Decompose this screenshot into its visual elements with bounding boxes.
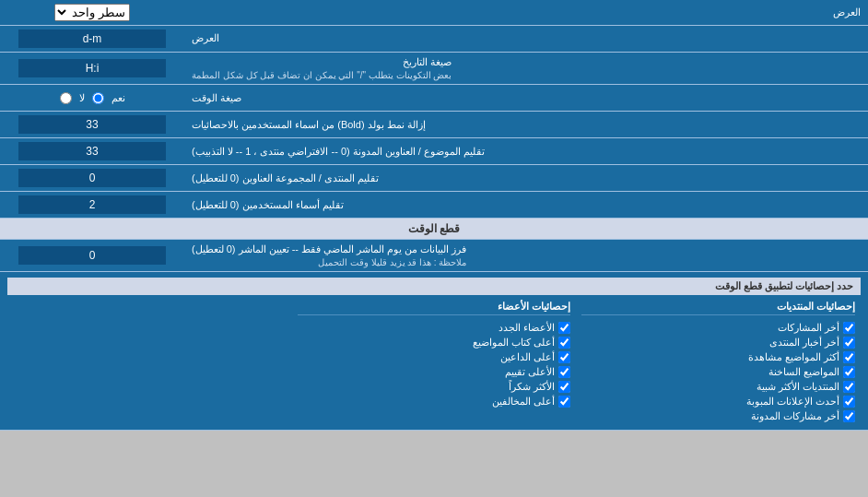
time-format-row: صيغة التاريخ بعض التكوينات يتطلب "/" الت… [0, 53, 868, 85]
list-item: أعلى الداعين [298, 351, 571, 363]
gap-row: تقليم أسماء المستخدمين (0 للتعطيل) [0, 192, 868, 219]
display-mode-row: العرض سطر واحد سطرين ثلاثة أسطر [0, 0, 868, 26]
cb-latest-classified[interactable] [843, 396, 855, 408]
col1: إحصائيات المنتديات أخر المشاركات أخر أخب… [576, 299, 861, 424]
forum-title-input[interactable] [18, 142, 166, 160]
time-cut-input-wrap [0, 240, 184, 271]
date-format-row: العرض [0, 26, 868, 53]
list-item: أعلى كتاب المواضيع [298, 337, 571, 349]
remove-bold-row: صيغة الوقت نعم لا [0, 85, 868, 112]
list-item: أخر مشاركات المدونة [581, 410, 855, 422]
forum-title-row: تقليم الموضوع / العناوين المدونة (0 -- ا… [0, 138, 868, 165]
cb-most-viewed[interactable] [843, 351, 855, 363]
cb-top-rated[interactable] [558, 366, 570, 378]
list-item: أحدث الإعلانات المبوبة [581, 396, 855, 408]
list-item: المنتديات الأكثر شبية [581, 381, 855, 393]
cb-most-similar[interactable] [843, 381, 855, 393]
forum-title-label: تقليم الموضوع / العناوين المدونة (0 -- ا… [184, 138, 868, 164]
gap-input-wrap [0, 192, 184, 218]
stats-limit-header: حدد إحصائيات لتطبيق قطع الوقت [7, 278, 861, 295]
time-cut-header: قطع الوقت [0, 219, 868, 240]
list-item: الأكثر شكراً [298, 381, 571, 393]
remove-bold-label: صيغة الوقت [184, 85, 868, 111]
main-container: العرض سطر واحد سطرين ثلاثة أسطر العرض صي… [0, 0, 868, 431]
col1-header: إحصائيات المنتديات [581, 301, 855, 315]
time-cut-row: فرز البيانات من يوم الماشر الماضي فقط --… [0, 240, 868, 272]
usernames-row: تقليم المنتدى / المجموعة العناوين (0 للت… [0, 165, 868, 192]
cb-top-inviters[interactable] [558, 351, 570, 363]
topic-title-row: إزالة نمط بولد (Bold) من اسماء المستخدمي… [0, 112, 868, 138]
cb-most-thanked[interactable] [558, 381, 570, 393]
topic-title-label: إزالة نمط بولد (Bold) من اسماء المستخدمي… [184, 112, 868, 137]
checkboxes-section: حدد إحصائيات لتطبيق قطع الوقت إحصائيات ا… [0, 272, 868, 431]
time-format-label: صيغة التاريخ بعض التكوينات يتطلب "/" الت… [184, 53, 868, 84]
list-item: أكثر المواضيع مشاهدة [581, 351, 855, 363]
cb-hot-topics[interactable] [843, 366, 855, 378]
usernames-input[interactable] [18, 169, 166, 187]
date-format-input-wrap [0, 26, 184, 52]
cb-top-violators[interactable] [558, 396, 570, 408]
display-mode-input[interactable]: سطر واحد سطرين ثلاثة أسطر [0, 1, 184, 24]
usernames-input-wrap [0, 165, 184, 191]
remove-bold-no-radio[interactable] [60, 92, 72, 104]
cb-new-members[interactable] [558, 322, 570, 334]
time-cut-input[interactable] [18, 246, 166, 265]
cb-last-blog-posts[interactable] [843, 410, 855, 422]
cb-last-posts[interactable] [843, 322, 855, 334]
date-format-label: العرض [184, 26, 868, 52]
gap-label: تقليم أسماء المستخدمين (0 للتعطيل) [184, 192, 868, 218]
remove-bold-yes-label: نعم [111, 92, 125, 104]
list-item: الأعلى تقييم [298, 366, 571, 378]
display-mode-label: العرض [184, 3, 868, 22]
topic-title-input[interactable] [18, 115, 166, 134]
gap-input[interactable] [18, 195, 166, 214]
remove-bold-no-label: لا [79, 92, 85, 104]
time-cut-label: فرز البيانات من يوم الماشر الماضي فقط --… [184, 240, 868, 271]
cb-top-writers[interactable] [558, 337, 570, 349]
time-format-input[interactable] [18, 59, 166, 77]
checkboxes-grid: إحصائيات المنتديات أخر المشاركات أخر أخب… [7, 299, 861, 424]
remove-bold-yes-radio[interactable] [92, 92, 104, 104]
display-mode-select[interactable]: سطر واحد سطرين ثلاثة أسطر [54, 4, 130, 21]
list-item: أخر المشاركات [581, 322, 855, 334]
col2: إحصائيات الأعضاء الأعضاء الجدد أعلى كتاب… [292, 299, 577, 424]
col3 [7, 299, 292, 424]
col2-header: إحصائيات الأعضاء [298, 301, 571, 315]
list-item: المواضيع الساخنة [581, 366, 855, 378]
time-format-input-wrap [0, 53, 184, 84]
list-item: الأعضاء الجدد [298, 322, 571, 334]
remove-bold-radio-group: نعم لا [54, 90, 131, 106]
list-item: أعلى المخالفين [298, 396, 571, 408]
forum-title-input-wrap [0, 138, 184, 164]
topic-title-input-wrap [0, 112, 184, 137]
list-item: أخر أخبار المنتدى [581, 337, 855, 349]
date-format-input[interactable] [18, 30, 166, 48]
cb-last-news[interactable] [843, 337, 855, 349]
usernames-label: تقليم المنتدى / المجموعة العناوين (0 للت… [184, 165, 868, 191]
remove-bold-input-wrap: نعم لا [0, 85, 184, 111]
